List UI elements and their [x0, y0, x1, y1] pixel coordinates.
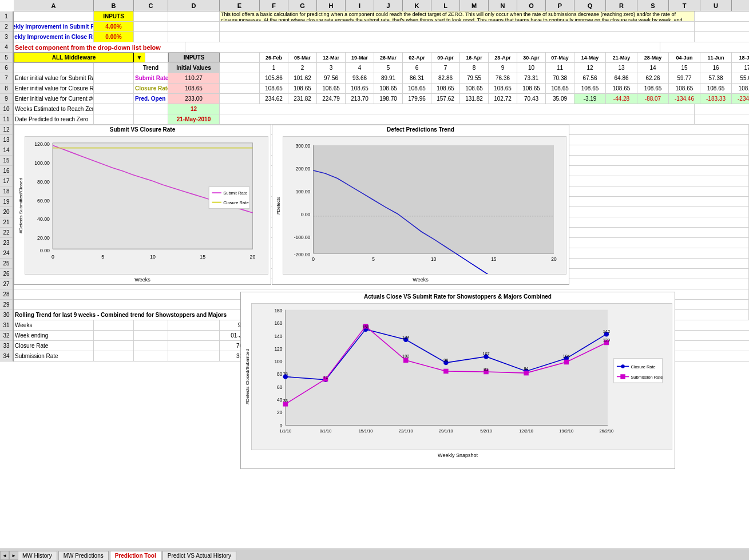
tab-mw-predictions[interactable]: MW Predictions	[58, 551, 109, 560]
svg-text:120: 120	[274, 346, 282, 352]
row-num-28: 28	[0, 289, 13, 300]
cell-O6: 10	[517, 63, 546, 73]
svg-text:8/1/10: 8/1/10	[320, 428, 332, 434]
svg-text:0: 0	[312, 256, 315, 262]
row-11: Date Predicted to reach Zero 21-May-2010	[14, 114, 749, 125]
row-3: Weekly Improvement in Close Rate 0.00%	[14, 32, 749, 42]
cell-B2[interactable]: 4.00%	[94, 22, 134, 31]
cell-C3	[134, 32, 168, 42]
svg-text:60.00: 60.00	[37, 198, 50, 204]
svg-text:120.00: 120.00	[34, 141, 50, 147]
cell-A5-component[interactable]: ALL Middleware	[14, 53, 134, 62]
row-num-24: 24	[0, 248, 13, 259]
svg-text:19/2/10: 19/2/10	[559, 428, 573, 434]
col-header-O: O	[517, 0, 546, 11]
cell-C11	[134, 114, 168, 124]
tab-predict-vs-actual[interactable]: Predict VS Actual History	[163, 551, 236, 560]
cell-A11: Date Predicted to reach Zero	[14, 114, 94, 124]
cell-U5: 11-Jun	[700, 53, 732, 62]
cell-B7	[94, 73, 134, 83]
row-10: Weeks Estimated to Reach Zero 12	[14, 104, 749, 114]
cell-D32	[168, 331, 220, 340]
cell-B32	[94, 331, 134, 340]
row-num-9: 9	[0, 94, 13, 104]
row-num-27: 27	[0, 279, 13, 289]
col-header-L: L	[431, 0, 460, 11]
cell-N7: 76.36	[489, 73, 517, 83]
cell-O5: 30-Apr	[517, 53, 546, 62]
cell-H7: 97.56	[317, 73, 346, 83]
svg-text:12/2/10: 12/2/10	[519, 428, 533, 434]
cell-B1: INPUTS	[94, 11, 134, 21]
svg-text:-100.00: -100.00	[294, 235, 311, 240]
svg-text:Submission Rate: Submission Rate	[631, 375, 663, 380]
row-num-22: 22	[0, 228, 13, 238]
tabs-bar: MW History MW Predictions Prediction Too…	[0, 549, 749, 560]
chart1-y-label: #Defects Submitted/Closed	[18, 178, 23, 233]
col-header-S: S	[637, 0, 669, 11]
cell-dropdown-arrow[interactable]: ▼	[134, 53, 145, 62]
cell-D6-initial: Initial Values	[168, 63, 220, 73]
row-num-13: 13	[0, 135, 13, 145]
cell-I9: 213.70	[346, 94, 374, 104]
chart2-x-label: Weeks	[272, 277, 569, 284]
cell-F6: 1	[260, 63, 288, 73]
cell-D1	[168, 11, 220, 21]
cell-P7: 70.38	[546, 73, 574, 83]
cell-rest10	[220, 104, 695, 114]
col-header-P: P	[546, 0, 574, 11]
svg-text:84: 84	[524, 366, 528, 371]
row-num-16: 16	[0, 166, 13, 176]
cell-B3[interactable]: 0.00%	[94, 32, 134, 42]
cell-D11-value: 21-May-2010	[168, 114, 220, 124]
cell-T8: 108.65	[669, 84, 700, 93]
cell-A33: Closure Rate	[14, 341, 94, 351]
tab-prediction-tool[interactable]: Prediction Tool	[110, 551, 161, 560]
cell-U6: 16	[700, 63, 732, 73]
svg-text:0: 0	[280, 423, 283, 428]
svg-text:150: 150	[362, 324, 369, 329]
cell-E6	[220, 63, 260, 73]
cell-K6: 6	[403, 63, 431, 73]
row-num-18: 18	[0, 186, 13, 197]
col-header-R: R	[606, 0, 637, 11]
cell-B11	[94, 114, 134, 124]
cell-I5: 19-Mar	[346, 53, 374, 62]
cell-R9: -44.28	[606, 94, 637, 104]
spreadsheet: A B C D E F G H I J K L M N O P Q R S T …	[0, 0, 749, 560]
col-header-J: J	[374, 0, 403, 11]
cell-D7-value[interactable]: 110.27	[168, 73, 220, 83]
cell-A32: Week ending	[14, 331, 94, 340]
cell-M6: 8	[460, 63, 489, 73]
cell-K5: 02-Apr	[403, 53, 431, 62]
svg-text:20: 20	[277, 410, 283, 415]
cell-I8: 108.65	[346, 84, 374, 93]
svg-text:80.00: 80.00	[37, 179, 50, 185]
row-num-11: 11	[0, 114, 13, 125]
svg-text:80: 80	[277, 371, 283, 377]
cell-A6	[14, 63, 94, 73]
svg-text:60: 60	[277, 384, 283, 390]
cell-J6: 5	[374, 63, 403, 73]
chart1-x-label: Weeks	[14, 277, 271, 284]
tab-scroll-right[interactable]: ►	[9, 551, 18, 560]
cell-D8-value[interactable]: 108.65	[168, 84, 220, 93]
svg-text:0.00: 0.00	[301, 212, 311, 217]
svg-text:140: 140	[274, 333, 282, 339]
tab-mw-history[interactable]: MW History	[17, 551, 57, 560]
cell-M5: 16-Apr	[460, 53, 489, 62]
cell-A8: Enter initial value for Closure Rate	[14, 84, 94, 93]
svg-text:71: 71	[323, 375, 328, 380]
cell-A1	[14, 11, 94, 21]
row-num-25: 25	[0, 259, 13, 269]
cell-E5	[220, 53, 260, 62]
svg-rect-74	[524, 371, 529, 376]
row-num-1: 1	[0, 11, 13, 22]
cell-L5: 09-Apr	[431, 53, 460, 62]
cell-B6	[94, 63, 134, 73]
row-2: Weekly Improvement in Submit Rate 4.00%	[14, 22, 749, 32]
cell-D9-value[interactable]: 233.00	[168, 94, 220, 104]
tab-scroll-left[interactable]: ◄	[0, 551, 9, 560]
cell-rest4	[185, 42, 660, 52]
cell-Q6: 12	[574, 63, 606, 73]
